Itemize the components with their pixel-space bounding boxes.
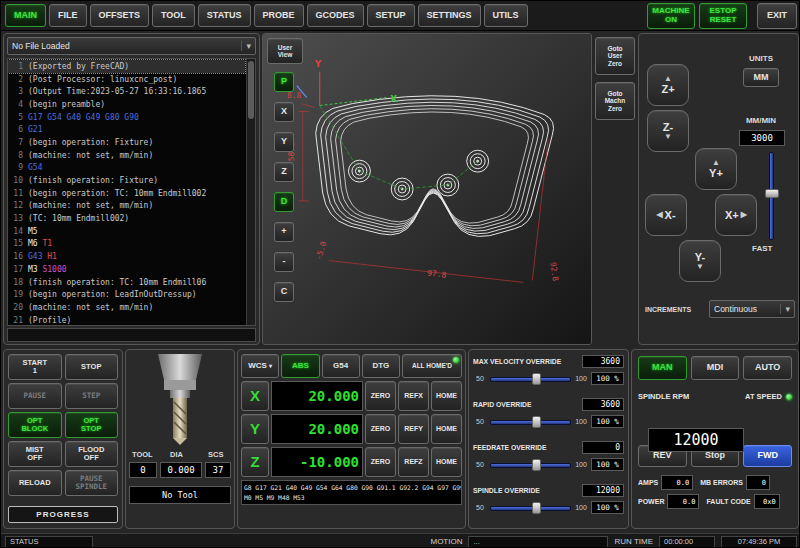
jog-y-plus-button[interactable]: ▲ Y+ [695,148,737,190]
gcode-line[interactable]: 7(begin operation: Fixture) [8,136,245,149]
ref-z-button[interactable]: REFZ [398,447,429,477]
gcode-line[interactable]: 9G54 [8,162,245,175]
goto-machine-zero-button[interactable]: Goto Machn Zero [595,82,635,120]
axis-x-button[interactable]: X [241,381,269,411]
gcode-scrollbar[interactable] [246,59,255,325]
home-y-button[interactable]: HOME [431,414,462,444]
tab-offsets[interactable]: OFFSETS [90,4,150,27]
zero-x-button[interactable]: ZERO [365,381,396,411]
zero-y-button[interactable]: ZERO [365,414,396,444]
gcode-line[interactable]: 12(machine: not set, mm/min) [8,200,245,213]
file-combo[interactable]: No File Loaded ▾ [7,37,256,55]
jog-z-plus-button[interactable]: ▲ Z+ [647,64,689,106]
jog-y-minus-button[interactable]: Y- ▼ [679,240,721,282]
spindle-fwd-button[interactable]: FWD [743,445,792,467]
view-x-button[interactable]: X [274,102,294,122]
reload-button[interactable]: RELOAD [8,470,62,496]
tab-gcodes[interactable]: GCODES [307,4,364,27]
abs-button[interactable]: ABS [281,354,319,378]
gcode-line[interactable]: 11(begin operation: TC: 10mm Endmill002 [8,187,245,200]
view-d-button[interactable]: D [274,192,294,212]
jog-x-plus-button[interactable]: X+ ▶ [715,194,757,236]
slider-handle[interactable] [532,502,541,514]
machine-on-button[interactable]: MACHINE ON [647,3,695,29]
gcode-line[interactable]: 13(TC: 10mm Endmill002) [8,212,245,225]
jog-z-minus-button[interactable]: Z- ▼ [647,110,689,152]
mode-mdi-button[interactable]: MDI [691,356,740,380]
gcode-line[interactable]: 19(begin operation: LeadInOutDressup) [8,288,245,301]
view-p-button[interactable]: P [274,72,294,92]
wcs-button[interactable]: WCS▾ [241,354,279,378]
tab-file[interactable]: FILE [49,4,87,27]
estop-reset-button[interactable]: ESTOP RESET [699,3,747,29]
pause-spindle-button[interactable]: PAUSE SPINDLE [65,470,119,496]
tab-status[interactable]: STATUS [198,4,251,27]
exit-button[interactable]: EXIT [757,3,797,29]
slider-handle[interactable] [532,459,541,471]
goto-user-zero-button[interactable]: Goto User Zero [595,37,635,75]
gcode-line[interactable]: 5G17 G54 G40 G49 G80 G90 [8,111,245,124]
feedrate-slider[interactable] [490,459,571,471]
view-z-button[interactable]: Z [274,162,294,182]
zoom-in-button[interactable]: + [274,222,294,242]
tab-probe[interactable]: PROBE [254,4,304,27]
gcode-line[interactable]: 1(Exported by FreeCAD) [8,60,245,73]
home-x-button[interactable]: HOME [431,381,462,411]
home-z-button[interactable]: HOME [431,447,462,477]
gcode-line[interactable]: 17M3 S1000 [8,263,245,276]
increments-combo[interactable]: Continuous ▾ [709,300,795,318]
cycle-start-button[interactable]: START 1 [8,354,62,380]
spindle-override-slider[interactable] [490,502,571,514]
clear-view-button[interactable]: C [274,282,294,302]
gcode-line[interactable]: 21(Profile) [8,314,245,326]
all-homed-button[interactable]: ALL HOME'D [402,354,462,378]
preview-canvas[interactable]: 8.8 58.8 -5.0 97.8 92.8 X Y Z User View … [262,33,592,345]
optional-stop-button[interactable]: OPT STOP [65,412,119,438]
scrollbar-thumb[interactable] [248,61,254,119]
units-mm-button[interactable]: MM [743,68,779,87]
g54-button[interactable]: G54 [322,354,360,378]
mode-man-button[interactable]: MAN [638,356,687,380]
mode-auto-button[interactable]: AUTO [743,356,792,380]
slider-handle[interactable] [765,189,779,198]
rapid-slider[interactable] [490,416,571,428]
gcode-line[interactable]: 10(finish operation: Fixture) [8,174,245,187]
tab-utils[interactable]: UTILS [484,4,528,27]
ref-x-button[interactable]: REFX [398,381,429,411]
max-velocity-slider[interactable] [490,373,571,385]
flood-button[interactable]: FLOOD OFF [65,441,119,467]
gcode-line[interactable]: 14M5 [8,225,245,238]
cycle-pause-button[interactable]: PAUSE [8,383,62,409]
zoom-out-button[interactable]: - [274,252,294,272]
axis-y-button[interactable]: Y [241,414,269,444]
gcode-line[interactable]: 4(begin preamble) [8,98,245,111]
tab-setup[interactable]: SETUP [367,4,415,27]
cycle-step-button[interactable]: STEP [65,383,119,409]
ref-y-button[interactable]: REFY [398,414,429,444]
tab-main[interactable]: MAIN [5,4,46,27]
gcode-line[interactable]: 16G43 H1 [8,250,245,263]
view-y-button[interactable]: Y [274,132,294,152]
jog-x-minus-button[interactable]: ◀ X- [645,194,687,236]
gcode-line-number: 8 [8,151,23,160]
tab-tool[interactable]: TOOL [152,4,195,27]
slider-handle[interactable] [532,373,541,385]
optional-block-button[interactable]: OPT BLOCK [8,412,62,438]
gcode-line[interactable]: 15M6 T1 [8,238,245,251]
dtg-button[interactable]: DTG [362,354,400,378]
user-view-button[interactable]: User View [267,38,303,64]
gcode-line[interactable]: 2(Post Processor: linuxcnc_post) [8,73,245,86]
mist-button[interactable]: MIST OFF [8,441,62,467]
cycle-stop-button[interactable]: STOP [65,354,119,380]
tab-settings[interactable]: SETTINGS [418,4,481,27]
gcode-line[interactable]: 8(machine: not set, mm/min) [8,149,245,162]
slider-handle[interactable] [532,416,541,428]
axis-z-button[interactable]: Z [241,447,269,477]
gcode-line[interactable]: 3(Output Time:2023-05-27 16:33:16.1865 [8,85,245,98]
mdi-input[interactable] [7,328,256,342]
gcode-line[interactable]: 6G21 [8,123,245,136]
jog-rate-slider[interactable] [765,152,779,240]
gcode-line[interactable]: 18(finish operation: TC: 10mm Endmill06 [8,276,245,289]
gcode-line[interactable]: 20(machine: not set, mm/min) [8,301,245,314]
zero-z-button[interactable]: ZERO [365,447,396,477]
